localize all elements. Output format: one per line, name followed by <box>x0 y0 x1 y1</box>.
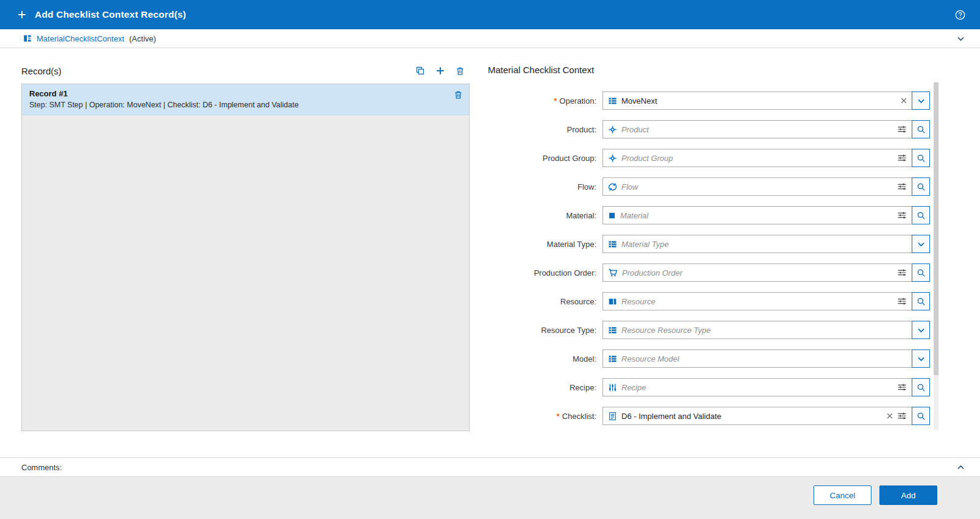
resource-type-dropdown-button[interactable] <box>912 321 930 339</box>
checklist-value: D6 - Implement and Validate <box>621 412 882 421</box>
form-row-recipe: Recipe:Recipe <box>488 378 930 396</box>
product-icon <box>608 125 617 134</box>
context-bar: MaterialChecklistContext (Active) <box>0 29 980 48</box>
material-label: Material: <box>488 211 603 220</box>
material-search-button[interactable] <box>912 206 930 224</box>
flow-label: Flow: <box>488 182 603 191</box>
model-placeholder: Resource Model <box>621 354 907 363</box>
operation-input[interactable]: MoveNext <box>603 91 912 110</box>
production-order-input[interactable]: Production Order <box>603 263 912 282</box>
form-rows: *Operation:MoveNextProduct:ProductProduc… <box>488 91 930 425</box>
form-row-production-order: Production Order:Production Order <box>488 263 930 282</box>
form-row-material: Material:Material <box>488 206 930 224</box>
copy-record-button[interactable] <box>415 66 425 76</box>
form-row-operation: *Operation:MoveNext <box>488 91 930 110</box>
filter-icon[interactable] <box>897 182 907 191</box>
required-asterisk: * <box>557 412 560 421</box>
operation-dropdown-button[interactable] <box>912 91 930 110</box>
product-label: Product: <box>488 125 603 134</box>
product-icon <box>608 154 617 163</box>
filter-icon[interactable] <box>897 210 907 220</box>
add-record-button[interactable] <box>435 66 445 76</box>
add-checklist-context-dialog: Add Checklist Context Record(s) Material… <box>0 0 980 519</box>
material-type-input[interactable]: Material Type <box>603 235 912 253</box>
filter-icon[interactable] <box>897 411 907 421</box>
model-label: Model: <box>488 354 603 363</box>
operation-value: MoveNext <box>621 96 896 106</box>
help-icon[interactable] <box>955 10 965 20</box>
comments-label: Comments: <box>21 463 62 472</box>
form-row-model: Model:Resource Model <box>488 349 930 368</box>
filter-icon[interactable] <box>897 153 907 163</box>
add-icon <box>17 10 27 20</box>
form-row-resource: Resource:Resource <box>488 292 930 310</box>
required-asterisk: * <box>554 96 557 106</box>
form-panel: Material Checklist Context *Operation:Mo… <box>488 62 980 435</box>
records-panel: Record(s) Record #1Step: SMT Step | Oper… <box>21 62 470 435</box>
comments-bar: Comments: <box>0 457 980 477</box>
recipe-label: Recipe: <box>488 383 603 392</box>
production-order-placeholder: Production Order <box>622 268 893 277</box>
filter-icon[interactable] <box>897 382 907 392</box>
product-input[interactable]: Product <box>603 120 912 138</box>
recipe-search-button[interactable] <box>912 378 930 396</box>
model-input[interactable]: Resource Model <box>603 349 912 368</box>
material-placeholder: Material <box>620 211 893 220</box>
records-title: Record(s) <box>21 66 62 76</box>
filter-icon[interactable] <box>897 296 907 306</box>
record-title: Record #1 <box>29 89 299 98</box>
flow-search-button[interactable] <box>912 177 930 196</box>
flow-input[interactable]: Flow <box>603 177 912 196</box>
trash-icon[interactable] <box>454 90 463 99</box>
checklist-label: *Checklist: <box>488 412 603 421</box>
delete-record-button[interactable] <box>456 66 465 76</box>
record-list-item[interactable]: Record #1Step: SMT Step | Operation: Mov… <box>22 84 469 115</box>
resource-label: Resource: <box>488 297 603 306</box>
product-group-search-button[interactable] <box>912 149 930 167</box>
material-type-placeholder: Material Type <box>621 240 907 249</box>
rows-icon <box>608 240 617 249</box>
material-type-dropdown-button[interactable] <box>912 235 930 253</box>
recipe-placeholder: Recipe <box>621 383 893 392</box>
clear-icon[interactable] <box>901 98 907 104</box>
checklist-search-button[interactable] <box>912 407 930 425</box>
record-subtitle: Step: SMT Step | Operation: MoveNext | C… <box>29 101 299 109</box>
product-group-input[interactable]: Product Group <box>603 149 912 167</box>
main-content: Record(s) Record #1Step: SMT Step | Oper… <box>0 48 980 435</box>
chevron-down-icon[interactable] <box>956 34 965 43</box>
checklist-input[interactable]: D6 - Implement and Validate <box>603 407 912 425</box>
rows-icon <box>608 354 617 363</box>
chevron-up-icon[interactable] <box>956 463 965 472</box>
cancel-button[interactable]: Cancel <box>814 485 871 505</box>
resource-input[interactable]: Resource <box>603 292 912 310</box>
form-scrollbar[interactable] <box>934 82 939 430</box>
product-group-label: Product Group: <box>488 154 603 163</box>
resource-type-placeholder: Resource Resource Type <box>621 326 907 335</box>
record-list: Record #1Step: SMT Step | Operation: Mov… <box>21 84 470 431</box>
model-dropdown-button[interactable] <box>912 349 930 368</box>
titlebar: Add Checklist Context Record(s) <box>0 0 980 29</box>
record-text: Record #1Step: SMT Step | Operation: Mov… <box>29 89 299 109</box>
filter-icon[interactable] <box>897 124 907 134</box>
clear-icon[interactable] <box>887 413 893 419</box>
footer: Cancel Add <box>0 477 980 519</box>
context-entity-link[interactable]: MaterialChecklistContext <box>37 34 124 43</box>
filter-icon[interactable] <box>897 268 907 277</box>
records-header: Record(s) <box>21 64 470 77</box>
material-input[interactable]: Material <box>603 206 912 224</box>
resource-type-input[interactable]: Resource Resource Type <box>603 321 912 339</box>
recipe-input[interactable]: Recipe <box>603 378 912 396</box>
resource-search-button[interactable] <box>912 292 930 310</box>
sliders-icon <box>608 383 617 392</box>
resource-type-label: Resource Type: <box>488 326 603 335</box>
form-row-checklist: *Checklist:D6 - Implement and Validate <box>488 407 930 425</box>
product-placeholder: Product <box>621 125 893 134</box>
production-order-search-button[interactable] <box>912 263 930 282</box>
scrollbar-thumb[interactable] <box>934 82 939 375</box>
material-icon <box>608 212 616 220</box>
cart-icon <box>608 268 618 277</box>
context-status: (Active) <box>129 34 156 43</box>
add-button[interactable]: Add <box>879 485 937 505</box>
product-search-button[interactable] <box>912 120 930 138</box>
operation-label: *Operation: <box>488 96 603 106</box>
